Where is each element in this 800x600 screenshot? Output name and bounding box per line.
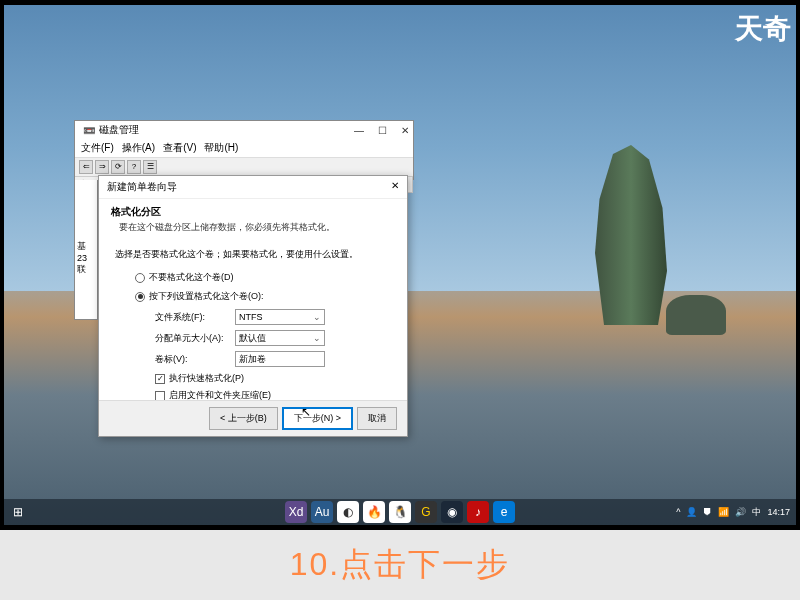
- monitor-frame: 天奇 📼 磁盘管理 — ☐ ✕ 文件(F) 操作(A) 查看(V) 帮助(H) …: [0, 0, 800, 530]
- menu-help[interactable]: 帮助(H): [204, 141, 238, 155]
- side-text-2: 23: [77, 253, 95, 263]
- volume-label-row: 卷标(V): 新加卷: [155, 351, 391, 367]
- quick-format-checkbox[interactable]: ✓: [155, 374, 165, 384]
- wizard-body: 选择是否要格式化这个卷；如果要格式化，要使用什么设置。 不要格式化这个卷(D) …: [99, 240, 407, 414]
- filesystem-value: NTFS: [239, 312, 263, 322]
- start-button[interactable]: ⊞: [8, 502, 28, 522]
- next-button[interactable]: 下一步(N) >: [282, 407, 353, 430]
- filesystem-select[interactable]: NTFS: [235, 309, 325, 325]
- tray-language[interactable]: 中: [752, 506, 761, 519]
- volume-label-label: 卷标(V):: [155, 353, 235, 366]
- back-button[interactable]: < 上一步(B): [209, 407, 278, 430]
- watermark-text: 天奇: [735, 10, 791, 48]
- minimize-button[interactable]: —: [354, 125, 364, 136]
- tutorial-caption: 10.点击下一步: [290, 543, 510, 587]
- filesystem-label: 文件系统(F):: [155, 311, 235, 324]
- menu-file[interactable]: 文件(F): [81, 141, 114, 155]
- wizard-subheading: 要在这个磁盘分区上储存数据，你必须先将其格式化。: [111, 221, 395, 234]
- allocation-value: 默认值: [239, 332, 266, 345]
- wizard-close-button[interactable]: ✕: [391, 180, 399, 194]
- wizard-titlebar[interactable]: 新建简单卷向导 ✕: [99, 176, 407, 199]
- maximize-button[interactable]: ☐: [378, 125, 387, 136]
- radio-no-format-label: 不要格式化这个卷(D): [149, 271, 234, 284]
- wizard-heading: 格式化分区: [111, 205, 395, 219]
- taskbar-app-2[interactable]: Au: [311, 501, 333, 523]
- tutorial-caption-bar: 10.点击下一步: [0, 530, 800, 600]
- taskbar[interactable]: ⊞ Xd Au ◐ 🔥 🐧 G ◉ ♪ e ^ 👤 ⛊ 📶 🔊 中 14:17: [4, 499, 796, 525]
- taskbar-app-edge[interactable]: e: [493, 501, 515, 523]
- radio-no-format-row[interactable]: 不要格式化这个卷(D): [135, 271, 391, 284]
- allocation-select[interactable]: 默认值: [235, 330, 325, 346]
- compression-checkbox[interactable]: [155, 391, 165, 401]
- taskbar-app-4[interactable]: 🔥: [363, 501, 385, 523]
- radio-format[interactable]: [135, 292, 145, 302]
- tray-up-icon[interactable]: ^: [676, 507, 680, 517]
- taskbar-app-3[interactable]: ◐: [337, 501, 359, 523]
- wizard-header: 格式化分区 要在这个磁盘分区上储存数据，你必须先将其格式化。: [99, 199, 407, 240]
- tool-back-icon[interactable]: ⇐: [79, 160, 93, 174]
- wizard-title: 新建简单卷向导: [107, 180, 177, 194]
- system-tray[interactable]: ^ 👤 ⛊ 📶 🔊 中 14:17: [676, 506, 796, 519]
- wizard-instruction: 选择是否要格式化这个卷；如果要格式化，要使用什么设置。: [115, 248, 391, 261]
- taskbar-app-1[interactable]: Xd: [285, 501, 307, 523]
- menu-action[interactable]: 操作(A): [122, 141, 155, 155]
- tool-help-icon[interactable]: ?: [127, 160, 141, 174]
- radio-no-format[interactable]: [135, 273, 145, 283]
- wallpaper-rock-small: [666, 295, 726, 335]
- filesystem-row: 文件系统(F): NTFS: [155, 309, 391, 325]
- tray-icon-2[interactable]: ⛊: [703, 507, 712, 517]
- tool-refresh-icon[interactable]: ⟳: [111, 160, 125, 174]
- allocation-label: 分配单元大小(A):: [155, 332, 235, 345]
- disk-management-titlebar[interactable]: 📼 磁盘管理 — ☐ ✕: [75, 121, 413, 139]
- cancel-button[interactable]: 取消: [357, 407, 397, 430]
- disk-management-sidebar: 基 23 联: [74, 180, 98, 320]
- tray-time[interactable]: 14:17: [767, 507, 790, 517]
- wizard-footer: < 上一步(B) 下一步(N) > 取消: [99, 400, 407, 436]
- desktop-screen: 天奇 📼 磁盘管理 — ☐ ✕ 文件(F) 操作(A) 查看(V) 帮助(H) …: [4, 5, 796, 525]
- disk-management-window[interactable]: 📼 磁盘管理 — ☐ ✕ 文件(F) 操作(A) 查看(V) 帮助(H) ⇐ ⇒…: [74, 120, 414, 180]
- volume-label-value: 新加卷: [239, 353, 266, 366]
- radio-format-row[interactable]: 按下列设置格式化这个卷(O):: [135, 290, 391, 303]
- side-text-3: 联: [77, 263, 95, 276]
- taskbar-center: Xd Au ◐ 🔥 🐧 G ◉ ♪ e: [285, 501, 515, 523]
- new-volume-wizard-dialog[interactable]: 新建简单卷向导 ✕ 格式化分区 要在这个磁盘分区上储存数据，你必须先将其格式化。…: [98, 175, 408, 437]
- tray-wifi-icon[interactable]: 📶: [718, 507, 729, 517]
- tray-icon-1[interactable]: 👤: [686, 507, 697, 517]
- taskbar-app-qq[interactable]: 🐧: [389, 501, 411, 523]
- allocation-row: 分配单元大小(A): 默认值: [155, 330, 391, 346]
- disk-icon: 📼: [83, 125, 95, 136]
- tool-forward-icon[interactable]: ⇒: [95, 160, 109, 174]
- menu-bar: 文件(F) 操作(A) 查看(V) 帮助(H): [75, 139, 413, 158]
- tray-volume-icon[interactable]: 🔊: [735, 507, 746, 517]
- close-button[interactable]: ✕: [401, 125, 409, 136]
- volume-label-input[interactable]: 新加卷: [235, 351, 325, 367]
- menu-view[interactable]: 查看(V): [163, 141, 196, 155]
- tool-list-icon[interactable]: ☰: [143, 160, 157, 174]
- quick-format-row[interactable]: ✓ 执行快速格式化(P): [155, 372, 391, 385]
- taskbar-app-5[interactable]: G: [415, 501, 437, 523]
- taskbar-app-steam[interactable]: ◉: [441, 501, 463, 523]
- side-text-1: 基: [77, 240, 95, 253]
- quick-format-label: 执行快速格式化(P): [169, 372, 244, 385]
- taskbar-app-netease[interactable]: ♪: [467, 501, 489, 523]
- radio-format-label: 按下列设置格式化这个卷(O):: [149, 290, 264, 303]
- disk-management-title: 磁盘管理: [99, 123, 139, 137]
